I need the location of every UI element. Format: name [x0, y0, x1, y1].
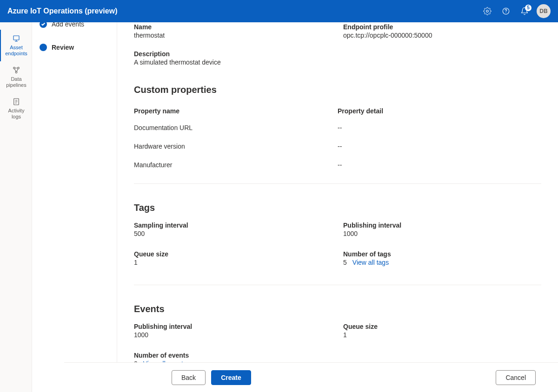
events-heading: Events — [134, 304, 541, 314]
table-row: Documentation URL -- — [134, 118, 541, 137]
svg-point-4 — [18, 67, 20, 69]
number-of-tags-label: Number of tags — [343, 250, 541, 258]
create-button[interactable]: Create — [211, 370, 251, 385]
step-label: Review — [52, 44, 74, 51]
events-publishing-interval-value: 1000 — [134, 331, 332, 339]
col-property-name: Property name — [134, 107, 338, 115]
svg-rect-2 — [13, 36, 19, 40]
events-queue-size-label: Queue size — [343, 323, 541, 330]
queue-size-label: Queue size — [134, 250, 332, 258]
wizard-footer: Back Create Cancel — [64, 362, 558, 392]
check-circle-icon — [40, 22, 47, 28]
review-content: Name thermostat Endpoint profile opc.tcp… — [117, 22, 558, 392]
step-label: Add events — [52, 22, 84, 28]
svg-point-5 — [15, 72, 17, 73]
col-property-detail: Property detail — [338, 107, 541, 115]
publishing-interval-label: Publishing interval — [343, 222, 541, 229]
queue-size-value: 1 — [134, 259, 332, 266]
divider — [134, 285, 541, 285]
prop-detail: -- — [338, 161, 541, 169]
left-nav-rail: Asset endpoints Data pipelines Activity … — [0, 22, 32, 392]
app-title: Azure IoT Operations (preview) — [7, 7, 117, 15]
name-value: thermostat — [134, 32, 332, 39]
number-of-events-label: Number of events — [134, 352, 541, 359]
back-button[interactable]: Back — [172, 370, 206, 385]
prop-name: Documentation URL — [134, 124, 338, 131]
activity-logs-icon — [12, 98, 20, 106]
prop-detail: -- — [338, 143, 541, 150]
events-queue-size-value: 1 — [343, 331, 541, 339]
sampling-interval-label: Sampling interval — [134, 222, 332, 229]
step-review[interactable]: Review — [40, 44, 109, 51]
publishing-interval-value: 1000 — [343, 230, 541, 237]
svg-point-3 — [13, 67, 15, 69]
nav-activity-logs[interactable]: Activity logs — [0, 93, 32, 124]
gear-icon — [483, 7, 492, 15]
settings-button[interactable] — [478, 2, 497, 20]
custom-properties-heading: Custom properties — [134, 85, 541, 95]
user-avatar[interactable]: DB — [537, 4, 551, 18]
help-icon — [502, 7, 510, 15]
number-of-tags-value: 5 — [343, 259, 347, 266]
description-label: Description — [134, 50, 541, 58]
nav-label: Activity logs — [3, 108, 30, 120]
nav-asset-endpoints[interactable]: Asset endpoints — [0, 30, 32, 61]
divider — [134, 183, 541, 184]
name-label: Name — [134, 23, 332, 31]
endpoint-value: opc.tcp://opcplc-000000:50000 — [343, 32, 541, 39]
top-header: Azure IoT Operations (preview) 5 DB — [0, 0, 558, 22]
prop-detail: -- — [338, 124, 541, 131]
nav-label: Data pipelines — [3, 76, 30, 88]
table-row: Manufacturer -- — [134, 156, 541, 174]
help-button[interactable] — [497, 2, 515, 20]
description-value: A simulated thermostat device — [134, 59, 541, 66]
nav-data-pipelines[interactable]: Data pipelines — [0, 61, 32, 93]
prop-name: Hardware version — [134, 143, 338, 150]
custom-properties-table: Property name Property detail Documentat… — [134, 104, 541, 174]
nav-label: Asset endpoints — [3, 45, 30, 57]
step-add-events[interactable]: Add events — [40, 22, 109, 28]
notification-badge: 5 — [525, 5, 531, 11]
events-publishing-interval-label: Publishing interval — [134, 323, 332, 330]
asset-endpoints-icon — [12, 34, 20, 43]
prop-name: Manufacturer — [134, 161, 338, 169]
svg-point-1 — [505, 13, 506, 13]
notifications-button[interactable]: 5 — [515, 2, 534, 20]
tags-heading: Tags — [134, 203, 541, 213]
wizard-steps: Add events Review — [32, 22, 117, 392]
view-all-tags-link[interactable]: View all tags — [352, 259, 389, 266]
current-step-dot-icon — [40, 44, 47, 51]
sampling-interval-value: 500 — [134, 230, 332, 237]
endpoint-label: Endpoint profile — [343, 23, 541, 31]
table-row: Hardware version -- — [134, 137, 541, 156]
cancel-button[interactable]: Cancel — [496, 370, 536, 385]
data-pipelines-icon — [12, 66, 20, 74]
